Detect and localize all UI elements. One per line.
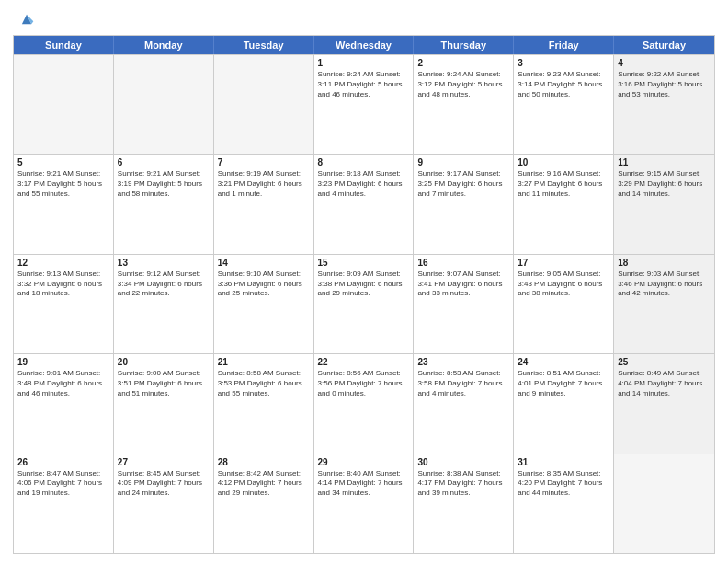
day-info: Sunrise: 9:23 AM Sunset: 3:14 PM Dayligh… bbox=[518, 70, 609, 99]
calendar-week-4: 19Sunrise: 9:01 AM Sunset: 3:48 PM Dayli… bbox=[14, 353, 714, 453]
calendar-body: 1Sunrise: 9:24 AM Sunset: 3:11 PM Daylig… bbox=[14, 54, 714, 553]
day-number: 27 bbox=[118, 457, 210, 467]
day-3: 3Sunrise: 9:23 AM Sunset: 3:14 PM Daylig… bbox=[514, 55, 614, 154]
day-number: 8 bbox=[318, 157, 410, 167]
calendar-week-5: 26Sunrise: 8:47 AM Sunset: 4:06 PM Dayli… bbox=[14, 454, 714, 553]
day-info: Sunrise: 9:15 AM Sunset: 3:29 PM Dayligh… bbox=[618, 169, 711, 199]
day-number: 11 bbox=[618, 157, 711, 167]
day-23: 23Sunrise: 8:53 AM Sunset: 3:58 PM Dayli… bbox=[414, 354, 514, 453]
day-30: 30Sunrise: 8:38 AM Sunset: 4:17 PM Dayli… bbox=[414, 454, 514, 553]
day-info: Sunrise: 9:13 AM Sunset: 3:32 PM Dayligh… bbox=[17, 270, 109, 299]
day-info: Sunrise: 9:19 AM Sunset: 3:21 PM Dayligh… bbox=[218, 169, 310, 199]
day-info: Sunrise: 8:47 AM Sunset: 4:06 PM Dayligh… bbox=[17, 469, 109, 499]
header bbox=[13, 9, 715, 29]
day-number: 31 bbox=[518, 457, 609, 467]
day-number: 13 bbox=[118, 258, 210, 268]
day-number: 14 bbox=[218, 258, 310, 268]
day-24: 24Sunrise: 8:51 AM Sunset: 4:01 PM Dayli… bbox=[514, 354, 614, 453]
day-number: 23 bbox=[417, 357, 509, 367]
day-info: Sunrise: 9:17 AM Sunset: 3:25 PM Dayligh… bbox=[417, 169, 509, 199]
day-7: 7Sunrise: 9:19 AM Sunset: 3:21 PM Daylig… bbox=[214, 155, 314, 253]
day-info: Sunrise: 9:00 AM Sunset: 3:51 PM Dayligh… bbox=[118, 369, 210, 398]
day-19: 19Sunrise: 9:01 AM Sunset: 3:48 PM Dayli… bbox=[14, 354, 114, 453]
day-number: 3 bbox=[518, 58, 609, 68]
day-16: 16Sunrise: 9:07 AM Sunset: 3:41 PM Dayli… bbox=[414, 255, 514, 353]
day-number: 9 bbox=[417, 157, 509, 167]
day-number: 25 bbox=[618, 357, 711, 367]
logo-icon bbox=[17, 9, 37, 29]
day-info: Sunrise: 9:10 AM Sunset: 3:36 PM Dayligh… bbox=[218, 270, 310, 299]
day-info: Sunrise: 8:42 AM Sunset: 4:12 PM Dayligh… bbox=[218, 469, 310, 499]
day-25: 25Sunrise: 8:49 AM Sunset: 4:04 PM Dayli… bbox=[614, 354, 714, 453]
day-info: Sunrise: 9:03 AM Sunset: 3:46 PM Dayligh… bbox=[618, 270, 711, 299]
day-info: Sunrise: 9:24 AM Sunset: 3:11 PM Dayligh… bbox=[318, 70, 410, 99]
header-day-saturday: Saturday bbox=[614, 36, 714, 54]
day-21: 21Sunrise: 8:58 AM Sunset: 3:53 PM Dayli… bbox=[214, 354, 314, 453]
day-18: 18Sunrise: 9:03 AM Sunset: 3:46 PM Dayli… bbox=[614, 255, 714, 353]
day-4: 4Sunrise: 9:22 AM Sunset: 3:16 PM Daylig… bbox=[614, 55, 714, 154]
day-number: 17 bbox=[518, 258, 609, 268]
calendar-header: SundayMondayTuesdayWednesdayThursdayFrid… bbox=[14, 36, 714, 54]
header-day-sunday: Sunday bbox=[14, 36, 114, 54]
day-14: 14Sunrise: 9:10 AM Sunset: 3:36 PM Dayli… bbox=[214, 255, 314, 353]
empty-cell bbox=[614, 454, 714, 553]
logo bbox=[13, 9, 37, 29]
page: SundayMondayTuesdayWednesdayThursdayFrid… bbox=[0, 0, 728, 563]
day-info: Sunrise: 8:45 AM Sunset: 4:09 PM Dayligh… bbox=[118, 469, 210, 499]
day-number: 15 bbox=[318, 258, 410, 268]
day-12: 12Sunrise: 9:13 AM Sunset: 3:32 PM Dayli… bbox=[14, 255, 114, 353]
day-number: 19 bbox=[17, 357, 109, 367]
day-10: 10Sunrise: 9:16 AM Sunset: 3:27 PM Dayli… bbox=[514, 155, 614, 253]
day-info: Sunrise: 9:12 AM Sunset: 3:34 PM Dayligh… bbox=[118, 270, 210, 299]
empty-cell bbox=[14, 55, 114, 154]
day-number: 24 bbox=[518, 357, 609, 367]
day-13: 13Sunrise: 9:12 AM Sunset: 3:34 PM Dayli… bbox=[114, 255, 214, 353]
header-day-friday: Friday bbox=[514, 36, 614, 54]
day-info: Sunrise: 9:21 AM Sunset: 3:17 PM Dayligh… bbox=[17, 169, 109, 199]
day-number: 12 bbox=[17, 258, 109, 268]
day-number: 7 bbox=[218, 157, 310, 167]
calendar: SundayMondayTuesdayWednesdayThursdayFrid… bbox=[13, 35, 715, 554]
day-info: Sunrise: 9:22 AM Sunset: 3:16 PM Dayligh… bbox=[618, 70, 711, 99]
day-27: 27Sunrise: 8:45 AM Sunset: 4:09 PM Dayli… bbox=[114, 454, 214, 553]
day-8: 8Sunrise: 9:18 AM Sunset: 3:23 PM Daylig… bbox=[314, 155, 415, 253]
day-info: Sunrise: 8:58 AM Sunset: 3:53 PM Dayligh… bbox=[218, 369, 310, 398]
day-number: 22 bbox=[318, 357, 410, 367]
day-number: 26 bbox=[17, 457, 109, 467]
day-info: Sunrise: 8:49 AM Sunset: 4:04 PM Dayligh… bbox=[618, 369, 711, 398]
day-26: 26Sunrise: 8:47 AM Sunset: 4:06 PM Dayli… bbox=[14, 454, 114, 553]
header-day-tuesday: Tuesday bbox=[214, 36, 314, 54]
day-number: 2 bbox=[417, 58, 509, 68]
day-info: Sunrise: 9:05 AM Sunset: 3:43 PM Dayligh… bbox=[518, 270, 609, 299]
day-number: 16 bbox=[417, 258, 509, 268]
day-number: 1 bbox=[318, 58, 410, 68]
day-info: Sunrise: 9:21 AM Sunset: 3:19 PM Dayligh… bbox=[118, 169, 210, 199]
day-31: 31Sunrise: 8:35 AM Sunset: 4:20 PM Dayli… bbox=[514, 454, 614, 553]
day-15: 15Sunrise: 9:09 AM Sunset: 3:38 PM Dayli… bbox=[314, 255, 415, 353]
day-number: 21 bbox=[218, 357, 310, 367]
day-number: 30 bbox=[417, 457, 509, 467]
day-number: 29 bbox=[318, 457, 410, 467]
day-info: Sunrise: 9:07 AM Sunset: 3:41 PM Dayligh… bbox=[417, 270, 509, 299]
day-6: 6Sunrise: 9:21 AM Sunset: 3:19 PM Daylig… bbox=[114, 155, 214, 253]
day-number: 6 bbox=[118, 157, 210, 167]
day-info: Sunrise: 8:40 AM Sunset: 4:14 PM Dayligh… bbox=[318, 469, 410, 499]
day-number: 10 bbox=[518, 157, 609, 167]
empty-cell bbox=[114, 55, 214, 154]
calendar-week-2: 5Sunrise: 9:21 AM Sunset: 3:17 PM Daylig… bbox=[14, 154, 714, 253]
day-11: 11Sunrise: 9:15 AM Sunset: 3:29 PM Dayli… bbox=[614, 155, 714, 253]
calendar-week-1: 1Sunrise: 9:24 AM Sunset: 3:11 PM Daylig… bbox=[14, 54, 714, 154]
header-day-wednesday: Wednesday bbox=[314, 36, 415, 54]
day-info: Sunrise: 8:56 AM Sunset: 3:56 PM Dayligh… bbox=[318, 369, 410, 398]
day-info: Sunrise: 8:35 AM Sunset: 4:20 PM Dayligh… bbox=[518, 469, 609, 499]
day-info: Sunrise: 9:24 AM Sunset: 3:12 PM Dayligh… bbox=[417, 70, 509, 99]
header-day-monday: Monday bbox=[114, 36, 214, 54]
day-number: 18 bbox=[618, 258, 711, 268]
day-info: Sunrise: 8:51 AM Sunset: 4:01 PM Dayligh… bbox=[518, 369, 609, 398]
day-info: Sunrise: 8:53 AM Sunset: 3:58 PM Dayligh… bbox=[417, 369, 509, 398]
day-number: 20 bbox=[118, 357, 210, 367]
day-info: Sunrise: 9:01 AM Sunset: 3:48 PM Dayligh… bbox=[17, 369, 109, 398]
day-28: 28Sunrise: 8:42 AM Sunset: 4:12 PM Dayli… bbox=[214, 454, 314, 553]
day-17: 17Sunrise: 9:05 AM Sunset: 3:43 PM Dayli… bbox=[514, 255, 614, 353]
day-2: 2Sunrise: 9:24 AM Sunset: 3:12 PM Daylig… bbox=[414, 55, 514, 154]
